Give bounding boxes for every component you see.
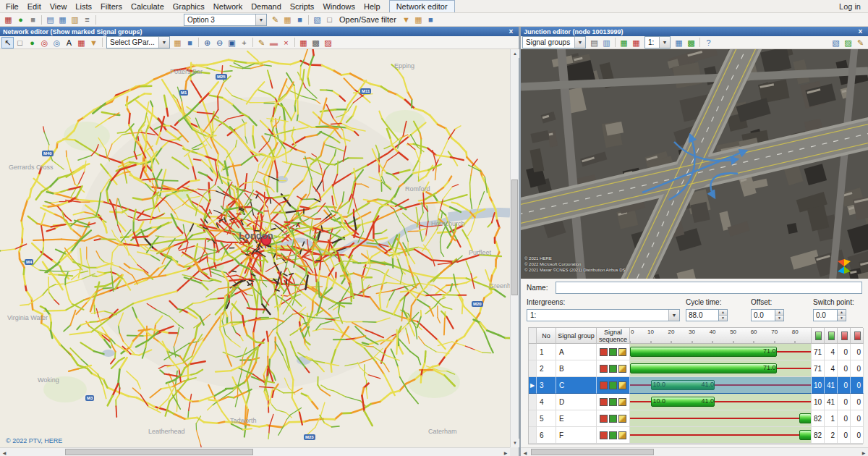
aerial-photo[interactable]: © 2021 HERE© 2022 Microsoft Corporation©… <box>521 49 868 279</box>
row-selector[interactable] <box>529 427 537 444</box>
network-map[interactable]: LondonEppingPotters BarGerrards CrossVir… <box>0 49 510 447</box>
green-time-bar[interactable] <box>630 347 777 357</box>
seq-red-icon[interactable] <box>600 398 608 406</box>
gpar-combo[interactable]: Select GPar... ▼ <box>106 36 170 48</box>
traffic-light-icon[interactable]: ● <box>14 14 27 25</box>
help-icon[interactable]: ? <box>702 37 715 48</box>
spin-down-icon[interactable]: ▼ <box>838 316 846 321</box>
seq-edit-icon[interactable] <box>618 348 626 356</box>
menu-item-view[interactable]: View <box>46 1 72 12</box>
edit-gpar-icon[interactable]: ✎ <box>269 14 281 25</box>
pan-icon[interactable]: + <box>238 37 250 48</box>
save-gpar-icon[interactable]: ■ <box>294 14 306 25</box>
label-icon[interactable]: A <box>63 37 75 48</box>
seq-edit-icon[interactable] <box>618 431 626 439</box>
seq-red-icon[interactable] <box>600 415 608 423</box>
row-selector[interactable] <box>529 344 537 360</box>
seq-red-icon[interactable] <box>600 365 608 373</box>
signal-group-row-F[interactable]: 6F82200 <box>529 427 862 444</box>
scroll-right-icon[interactable]: ▶ <box>501 448 510 456</box>
cycle-time-spinner[interactable]: 88.0 ▲▼ <box>686 309 728 321</box>
seq-red-icon[interactable] <box>600 431 608 439</box>
close-icon[interactable]: × <box>506 28 516 35</box>
filter-icon[interactable]: ▼ <box>400 14 412 25</box>
open-gpar-icon[interactable]: ▦ <box>171 37 184 48</box>
scroll-down-icon[interactable]: ▼ <box>511 439 519 447</box>
table-horizontal-scrollbar[interactable]: ◀ ▶ <box>521 447 868 456</box>
stopline-icon[interactable]: ▨ <box>322 37 334 48</box>
scroll-thumb[interactable] <box>531 449 654 455</box>
scroll-left-icon[interactable]: ◀ <box>521 448 529 456</box>
signal-group-row-C[interactable]: ▶3C10.041.0104100 <box>529 377 862 394</box>
edit-icon[interactable]: ✎ <box>255 37 268 48</box>
signal-timeline[interactable] <box>630 427 812 444</box>
signal-group-row-A[interactable]: 1A71.071400 <box>529 344 862 360</box>
signal-groups-combo[interactable]: Signal groups ▼ <box>522 36 586 48</box>
seq-edit-icon[interactable] <box>618 381 626 389</box>
menu-item-demand[interactable]: Demand <box>247 1 286 12</box>
eraser-icon[interactable]: ▬ <box>268 37 280 48</box>
layout-icon[interactable]: ▧ <box>311 14 323 25</box>
spin-down-icon[interactable]: ▼ <box>775 316 783 321</box>
chevron-down-icon[interactable]: ▼ <box>158 37 169 48</box>
copy-icon[interactable]: ▥ <box>600 37 613 48</box>
settings-icon[interactable]: ✎ <box>854 37 867 48</box>
delete-icon[interactable]: × <box>280 37 292 48</box>
signal-red-icon[interactable]: ▦ <box>630 37 642 48</box>
network-icon[interactable]: ▤ <box>44 14 56 25</box>
seq-edit-icon[interactable] <box>618 365 626 373</box>
seq-edit-icon[interactable] <box>618 415 626 423</box>
chevron-down-icon[interactable]: ▼ <box>668 310 679 321</box>
window-grid-icon[interactable]: □ <box>323 14 336 25</box>
chart-icon[interactable]: ▥ <box>69 14 81 25</box>
seq-red-icon[interactable] <box>600 348 608 356</box>
signal-green-icon[interactable]: ▦ <box>618 37 630 48</box>
junction-grid-icon[interactable]: ▦ <box>297 37 310 48</box>
spin-up-icon[interactable]: ▲ <box>775 310 783 316</box>
signal-group-row-B[interactable]: 2B71.071400 <box>529 360 862 377</box>
save-filter-icon[interactable]: ■ <box>425 14 437 25</box>
signal-timeline[interactable]: 10.041.0 <box>630 394 812 410</box>
tab-network-editor[interactable]: Network editor <box>389 0 455 12</box>
signal-timeline[interactable]: 71.0 <box>630 344 812 360</box>
zoom-in-icon[interactable]: ⊕ <box>201 37 213 48</box>
menu-item-calculate[interactable]: Calculate <box>127 1 169 12</box>
login-link[interactable]: Log in <box>833 2 867 11</box>
menu-item-file[interactable]: File <box>1 1 23 12</box>
seq-green-icon[interactable] <box>609 431 617 439</box>
green-time-bar[interactable] <box>799 413 812 423</box>
signal-group-row-D[interactable]: 4D10.041.0104100 <box>529 394 862 410</box>
spin-up-icon[interactable]: ▲ <box>719 310 727 316</box>
signal-group-row-E[interactable]: 5E82100 <box>529 410 862 427</box>
find-icon[interactable]: ◎ <box>51 37 63 48</box>
chevron-down-icon[interactable]: ▼ <box>574 37 585 48</box>
seq-red-icon[interactable] <box>600 381 608 389</box>
seq-green-icon[interactable] <box>609 348 617 356</box>
seq-green-icon[interactable] <box>609 415 617 423</box>
name-input[interactable] <box>556 282 862 294</box>
map-background-icon[interactable]: ▨ <box>842 37 854 48</box>
seq-edit-icon[interactable] <box>618 398 626 406</box>
print-icon[interactable]: ▤ <box>588 37 600 48</box>
green-time-bar[interactable] <box>799 430 812 440</box>
seq-green-icon[interactable] <box>609 365 617 373</box>
scroll-left-icon[interactable]: ◀ <box>0 448 9 456</box>
menu-item-edit[interactable]: Edit <box>23 1 46 12</box>
scroll-up-icon[interactable]: ▲ <box>511 49 519 58</box>
green-time-bar[interactable] <box>630 363 777 373</box>
zoom-fit-icon[interactable]: ▣ <box>226 37 238 48</box>
legend-icon[interactable]: ≡ <box>81 14 93 25</box>
program-combo[interactable]: 1: ▼ <box>644 36 671 48</box>
add-node-icon[interactable]: ● <box>26 37 38 48</box>
signal-times-icon[interactable]: ▦ <box>2 14 14 25</box>
menu-item-filters[interactable]: Filters <box>96 1 127 12</box>
pointer-icon[interactable]: ↖ <box>1 37 14 48</box>
open-filter-icon[interactable]: ▦ <box>412 14 425 25</box>
spin-down-icon[interactable]: ▼ <box>719 316 727 321</box>
seq-green-icon[interactable] <box>609 381 617 389</box>
option-combo[interactable]: Option 3 ▼ <box>184 14 267 26</box>
switch-point-spinner[interactable]: 0.0 ▲▼ <box>813 309 846 321</box>
close-icon[interactable]: × <box>856 28 865 35</box>
seq-green-icon[interactable] <box>609 398 617 406</box>
signal-timeline[interactable]: 71.0 <box>630 360 812 377</box>
